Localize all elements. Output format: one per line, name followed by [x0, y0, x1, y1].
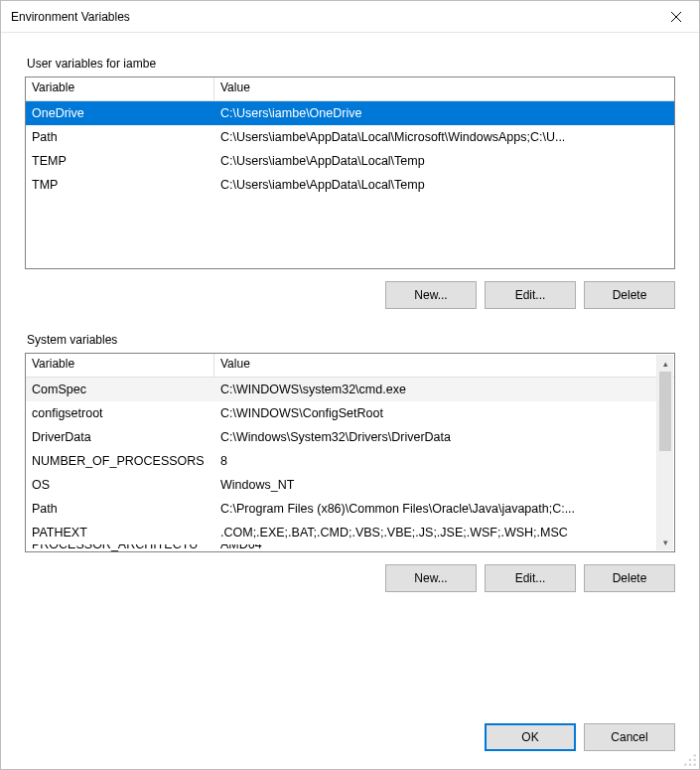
cell-value: C:\Users\iambe\AppData\Local\Temp [214, 173, 674, 197]
scroll-down-arrow-icon[interactable]: ▾ [657, 534, 673, 550]
user-new-button[interactable]: New... [385, 281, 477, 309]
system-variables-list[interactable]: Variable Value ComSpecC:\WINDOWS\system3… [25, 353, 675, 552]
table-row[interactable]: PathC:\Users\iambe\AppData\Local\Microso… [26, 125, 674, 149]
scrollbar[interactable]: ▴ ▾ [656, 355, 673, 550]
cell-value: C:\Users\iambe\OneDrive [214, 101, 674, 125]
svg-point-4 [694, 759, 696, 761]
table-row[interactable]: PathC:\Program Files (x86)\Common Files\… [26, 497, 657, 521]
cell-value: C:\WINDOWS\system32\cmd.exe [214, 378, 657, 401]
cell-variable: TEMP [26, 149, 214, 173]
system-delete-button[interactable]: Delete [584, 564, 675, 592]
cell-variable: Path [26, 497, 214, 521]
table-row[interactable]: PROCESSOR_ARCHITECTUAMD64 [26, 544, 657, 551]
cell-variable: PATHEXT [26, 521, 214, 544]
scrollbar-track[interactable] [657, 372, 673, 534]
ok-button[interactable]: OK [485, 723, 576, 751]
column-header-value[interactable]: Value [214, 77, 674, 101]
close-icon [671, 12, 681, 22]
cell-value: C:\Users\iambe\AppData\Local\Temp [214, 149, 674, 173]
user-variables-label: User variables for iambe [27, 57, 675, 71]
cell-variable: TMP [26, 173, 214, 197]
table-row[interactable]: ComSpecC:\WINDOWS\system32\cmd.exe [26, 378, 657, 401]
system-variables-label: System variables [27, 333, 675, 347]
cell-variable: Path [26, 125, 214, 149]
table-row[interactable]: TEMPC:\Users\iambe\AppData\Local\Temp [26, 149, 674, 173]
cell-value: .COM;.EXE;.BAT;.CMD;.VBS;.VBE;.JS;.JSE;.… [214, 521, 657, 544]
window-title: Environment Variables [11, 10, 130, 24]
resize-grip-icon[interactable] [683, 753, 697, 767]
system-new-button[interactable]: New... [385, 564, 477, 592]
user-variables-list[interactable]: Variable Value OneDriveC:\Users\iambe\On… [25, 77, 675, 269]
column-header-variable[interactable]: Variable [26, 354, 214, 378]
user-edit-button[interactable]: Edit... [485, 281, 576, 309]
cell-variable: NUMBER_OF_PROCESSORS [26, 449, 214, 473]
cell-variable: OS [26, 473, 214, 497]
svg-point-7 [694, 764, 696, 766]
svg-point-2 [694, 754, 696, 756]
table-row[interactable]: DriverDataC:\Windows\System32\Drivers\Dr… [26, 425, 657, 449]
cell-value: AMD64 [214, 544, 657, 551]
user-delete-button[interactable]: Delete [584, 281, 675, 309]
table-row[interactable]: OneDriveC:\Users\iambe\OneDrive [26, 101, 674, 125]
user-buttons-row: New... Edit... Delete [25, 281, 675, 309]
cell-value: Windows_NT [214, 473, 657, 497]
cell-variable: PROCESSOR_ARCHITECTU [26, 544, 214, 551]
column-header-value[interactable]: Value [214, 354, 674, 378]
cell-value: C:\Users\iambe\AppData\Local\Microsoft\W… [214, 125, 674, 149]
cell-value: C:\Windows\System32\Drivers\DriverData [214, 425, 657, 449]
titlebar: Environment Variables [1, 1, 699, 33]
dialog-content: User variables for iambe Variable Value … [1, 33, 699, 628]
cell-value: C:\WINDOWS\ConfigSetRoot [214, 401, 657, 425]
svg-point-5 [684, 764, 686, 766]
cancel-button[interactable]: Cancel [584, 723, 675, 751]
table-row[interactable]: NUMBER_OF_PROCESSORS8 [26, 449, 657, 473]
cell-variable: OneDrive [26, 101, 214, 125]
svg-point-3 [689, 759, 691, 761]
table-row[interactable]: PATHEXT.COM;.EXE;.BAT;.CMD;.VBS;.VBE;.JS… [26, 521, 657, 544]
cell-value: 8 [214, 449, 657, 473]
cell-variable: DriverData [26, 425, 214, 449]
cell-value: C:\Program Files (x86)\Common Files\Orac… [214, 497, 657, 521]
user-variables-group: User variables for iambe Variable Value … [25, 57, 675, 309]
scroll-up-arrow-icon[interactable]: ▴ [657, 355, 673, 372]
cell-variable: configsetroot [26, 401, 214, 425]
system-edit-button[interactable]: Edit... [485, 564, 576, 592]
system-buttons-row: New... Edit... Delete [25, 564, 675, 592]
scrollbar-thumb[interactable] [659, 372, 671, 451]
svg-point-6 [689, 764, 691, 766]
column-header-variable[interactable]: Variable [26, 77, 214, 101]
table-row[interactable]: TMPC:\Users\iambe\AppData\Local\Temp [26, 173, 674, 197]
list-header: Variable Value [26, 77, 674, 101]
cell-variable: ComSpec [26, 378, 214, 401]
list-header: Variable Value [26, 354, 674, 378]
system-variables-group: System variables Variable Value ComSpecC… [25, 333, 675, 592]
dialog-buttons: OK Cancel [485, 723, 675, 751]
table-row[interactable]: OSWindows_NT [26, 473, 657, 497]
close-button[interactable] [653, 1, 699, 33]
table-row[interactable]: configsetrootC:\WINDOWS\ConfigSetRoot [26, 401, 657, 425]
